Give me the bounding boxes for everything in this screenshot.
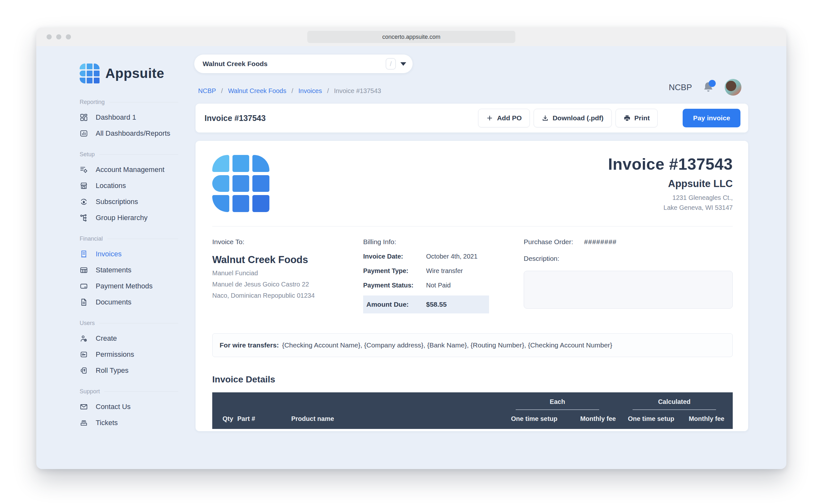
sidebar-item-payment-methods[interactable]: Payment Methods (80, 278, 178, 294)
print-label: Print (635, 114, 650, 122)
storefront-icon (80, 182, 88, 190)
sidebar-item-label: Group Hierarchy (96, 214, 147, 222)
sidebar-item-label: Permissions (96, 350, 134, 359)
purchase-order-label: Purchase Order: (524, 238, 573, 246)
sidebar-item-label: Contact Us (96, 403, 131, 411)
dashboard-icon (80, 113, 88, 122)
document-icon (80, 298, 88, 306)
traffic-light-buttons[interactable] (47, 34, 71, 39)
sidebar-item-label: Payment Methods (96, 282, 152, 290)
credit-card-icon (80, 282, 88, 290)
account-management-icon (80, 166, 88, 174)
wire-note-label: For wire transfers: (220, 341, 279, 349)
minimize-window-button[interactable] (56, 34, 61, 39)
page-title: Invoice #137543 (204, 114, 266, 123)
invoice-info-row: Invoice To: Walnut Creek Foods Manuel Fu… (212, 238, 733, 313)
customer-name: Walnut Creek Foods (212, 254, 363, 266)
section-divider (99, 323, 178, 323)
sidebar-item-account-management[interactable]: Account Management (80, 162, 178, 178)
sidebar-item-contact-us[interactable]: Contact Us (80, 399, 178, 415)
download-label: Download (.pdf) (552, 114, 604, 122)
browser-titlebar: concerto.appsuite.com (36, 28, 786, 46)
issuer-address: 1231 Gleneagles Ct., Lake Geneva, WI 531… (608, 193, 733, 213)
company-logo-icon (212, 155, 270, 212)
app-logo[interactable]: Appsuite (80, 64, 178, 83)
amount-due-label: Amount Due: (366, 301, 426, 308)
sidebar-item-dashboard-1[interactable]: Dashboard 1 (80, 109, 178, 125)
sidebar-item-statements[interactable]: Statements (80, 262, 178, 278)
cell-each-monthly: $44.97 (557, 429, 616, 431)
print-button[interactable]: Print (615, 109, 658, 127)
pay-invoice-button[interactable]: Pay invoice (683, 109, 741, 127)
col-part-number: Part # (237, 413, 291, 429)
invoice-receipt-icon (80, 250, 88, 258)
payment-type-value: Wire transfer (426, 267, 463, 275)
col-qty: Qty (212, 413, 237, 429)
amount-due-value: $58.55 (426, 301, 447, 308)
section-divider (104, 391, 178, 392)
sidebar-item-label: Dashboard 1 (96, 113, 136, 122)
sidebar-item-documents[interactable]: Documents (80, 294, 178, 310)
sidebar-item-permissions[interactable]: Permissions (80, 346, 178, 363)
payment-status-value: Not Paid (426, 282, 451, 289)
invoice-details-heading: Invoice Details (212, 374, 733, 385)
sidebar-item-group-hierarchy[interactable]: Group Hierarchy (80, 210, 178, 226)
notifications-button[interactable] (703, 81, 714, 93)
purchase-order-block: Purchase Order: ######## Description: (524, 238, 733, 313)
chevron-down-icon[interactable] (400, 62, 406, 66)
sidebar-item-create[interactable]: Create (80, 330, 178, 346)
keycard-icon (80, 366, 88, 375)
close-window-button[interactable] (47, 34, 52, 39)
main-area: / NCBP / Walnut Creek Foods / Invoices /… (187, 46, 786, 469)
table-icon (80, 266, 88, 274)
hierarchy-icon (80, 214, 88, 222)
sidebar-item-tickets[interactable]: Tickets (80, 415, 178, 431)
search-input[interactable] (202, 60, 386, 68)
customer-address-line1: Manuel de Jesus Goico Castro 22 (212, 281, 363, 288)
sidebar-item-locations[interactable]: Locations (80, 178, 178, 194)
col-product-name: Product name (291, 413, 499, 429)
topbar-right-cluster: NCBP (669, 79, 741, 96)
payment-status-label: Payment Status: (363, 282, 426, 289)
sidebar-nav: Reporting Dashboard 1 All Dashboards/ (80, 99, 178, 431)
breadcrumb-invoices[interactable]: Invoices (298, 87, 322, 95)
sidebar-item-invoices[interactable]: Invoices (80, 246, 178, 262)
sidebar: Appsuite Reporting Dashboard 1 (36, 46, 187, 469)
breadcrumb-walnut-creek-foods[interactable]: Walnut Creek Foods (228, 87, 287, 95)
table-column-header-row: Qty Part # Product name One time setup M… (212, 413, 733, 429)
company-search[interactable]: / (194, 55, 413, 73)
sidebar-item-label: Subscriptions (96, 198, 138, 206)
add-po-button[interactable]: Add PO (478, 109, 530, 127)
breadcrumb-ncbp[interactable]: NCBP (198, 87, 216, 95)
sidebar-item-roll-types[interactable]: Roll Types (80, 363, 178, 379)
printer-icon (624, 115, 631, 122)
org-name: NCBP (669, 82, 692, 92)
app-content: Appsuite Reporting Dashboard 1 (36, 46, 786, 469)
sidebar-item-label: Invoices (96, 250, 122, 258)
zoom-window-button[interactable] (66, 34, 71, 39)
breadcrumb-separator: / (292, 87, 294, 95)
sidebar-item-label: Account Management (96, 166, 164, 174)
download-pdf-button[interactable]: Download (.pdf) (534, 109, 612, 127)
invoice-date-value: October 4th, 2021 (426, 253, 477, 260)
browser-window: concerto.appsuite.com Appsuite Reporting (36, 28, 786, 469)
issuer-company-name: Appsuite LLC (608, 178, 733, 190)
sidebar-item-label: Locations (96, 182, 126, 190)
notification-badge (709, 80, 716, 87)
key-badge-icon (80, 350, 88, 359)
section-setup: Setup (80, 151, 178, 158)
description-textarea[interactable] (524, 271, 733, 309)
sidebar-item-subscriptions[interactable]: Subscriptions (80, 194, 178, 210)
cell-calc-setup: $0.00 (616, 429, 674, 431)
purchase-order-row: Purchase Order: ######## (524, 238, 733, 246)
section-divider (109, 102, 178, 102)
sidebar-item-all-dashboards-reports[interactable]: All Dashboards/Reports (80, 125, 178, 141)
group-header-each: Each (499, 392, 616, 413)
user-avatar[interactable] (725, 79, 741, 96)
address-bar[interactable]: concerto.appsuite.com (307, 31, 515, 43)
cell-product: Email Coverage Fees (291, 429, 499, 431)
section-label: Financial (80, 235, 103, 242)
url-text: concerto.appsuite.com (382, 34, 440, 40)
brand-name: Appsuite (105, 66, 164, 81)
sidebar-item-label: Create (96, 334, 117, 343)
